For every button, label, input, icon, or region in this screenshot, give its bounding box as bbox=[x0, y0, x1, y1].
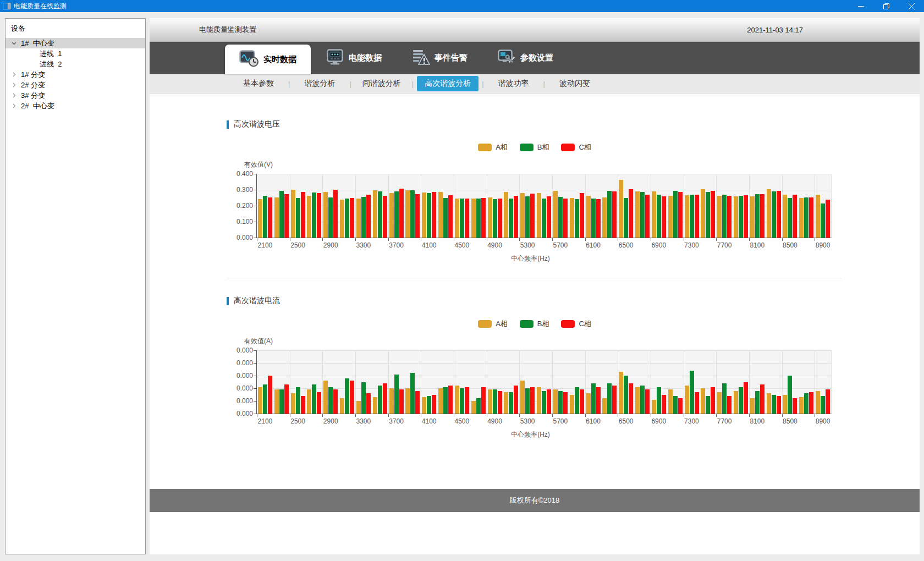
bar-A相 bbox=[783, 395, 787, 414]
tree-header: 设备 bbox=[6, 19, 145, 38]
chevron-right-icon[interactable] bbox=[10, 72, 17, 78]
restore-button[interactable] bbox=[873, 0, 899, 12]
tree-item-2#中心变[interactable]: 2# 中心变 bbox=[6, 101, 145, 111]
legend-item-B相[interactable]: B相 bbox=[520, 142, 549, 152]
chart-voltage: 有效值(V)0.4000.3000.2000.1000.000210025002… bbox=[230, 160, 920, 263]
bar-C相 bbox=[366, 195, 371, 238]
tab-事件告警[interactable]: 事件告警 bbox=[397, 42, 482, 74]
bar-A相 bbox=[389, 388, 394, 414]
x-tick-label: 8100 bbox=[750, 417, 765, 425]
bar-A相 bbox=[570, 395, 574, 414]
tree-item-2#分变[interactable]: 2# 分变 bbox=[6, 80, 145, 90]
legend-item-B相[interactable]: B相 bbox=[520, 319, 549, 329]
chevron-right-icon[interactable] bbox=[10, 82, 17, 89]
y-axis-labels: 0.4000.3000.2000.1000.000 bbox=[230, 174, 256, 238]
bar-C相 bbox=[399, 189, 404, 238]
close-icon bbox=[909, 3, 915, 9]
bar-C相 bbox=[645, 389, 650, 414]
bar-A相 bbox=[438, 388, 443, 414]
gridline-v bbox=[552, 174, 553, 238]
legend-item-C相[interactable]: C相 bbox=[561, 142, 591, 152]
tab-参数设置[interactable]: 参数设置 bbox=[482, 42, 568, 74]
bar-A相 bbox=[783, 195, 787, 238]
x-tick-label: 6500 bbox=[619, 241, 634, 249]
minimize-button[interactable] bbox=[848, 0, 873, 12]
gridline-v bbox=[454, 350, 454, 414]
x-tick bbox=[618, 238, 618, 241]
x-tick-label: 6100 bbox=[586, 417, 601, 425]
bar-A相 bbox=[767, 189, 771, 238]
bar-B相 bbox=[607, 383, 612, 414]
legend-label: C相 bbox=[579, 319, 591, 329]
subtab-谐波功率[interactable]: 谐波功率 bbox=[487, 76, 540, 91]
settings-icon bbox=[497, 49, 516, 67]
bar-B相 bbox=[361, 382, 366, 414]
bar-C相 bbox=[333, 389, 338, 414]
x-tick bbox=[684, 238, 684, 241]
x-tick bbox=[749, 238, 750, 241]
gridline-h bbox=[257, 376, 831, 376]
tree-item-3#分变[interactable]: 3# 分变 bbox=[6, 90, 145, 101]
bar-A相 bbox=[422, 193, 426, 238]
bar-C相 bbox=[366, 393, 371, 414]
gridline-v bbox=[421, 350, 421, 414]
x-tick-label: 6900 bbox=[651, 417, 666, 425]
bar-A相 bbox=[717, 392, 722, 414]
bar-A相 bbox=[323, 192, 328, 238]
x-tick bbox=[487, 238, 487, 241]
bar-B相 bbox=[509, 199, 513, 238]
tree-item-1#中心变[interactable]: 1# 中心变 bbox=[6, 38, 145, 48]
x-tick-label: 2900 bbox=[323, 417, 338, 425]
x-tick bbox=[585, 238, 586, 241]
device-tree: 1# 中心变进线 1进线 21# 分变2# 分变3# 分变2# 中心变 bbox=[6, 38, 145, 111]
legend-label: C相 bbox=[579, 142, 591, 152]
bar-B相 bbox=[279, 191, 284, 238]
x-tick-label: 5300 bbox=[520, 417, 535, 425]
bar-A相 bbox=[602, 197, 607, 238]
bar-C相 bbox=[530, 194, 535, 238]
gridline-v bbox=[322, 350, 323, 414]
bar-A相 bbox=[799, 198, 804, 238]
x-tick-labels: 2100250029003300370041004500490053005700… bbox=[257, 417, 831, 426]
subtab-间谐波分析[interactable]: 间谐波分析 bbox=[355, 76, 409, 91]
subtab-谐波分析[interactable]: 谐波分析 bbox=[293, 76, 346, 91]
x-tick bbox=[487, 414, 487, 417]
x-tick-label: 8100 bbox=[750, 241, 765, 249]
chevron-right-icon[interactable] bbox=[10, 103, 17, 109]
bar-B相 bbox=[788, 198, 792, 238]
x-tick bbox=[651, 238, 651, 241]
bar-B相 bbox=[263, 196, 267, 238]
tab-电能数据[interactable]: 电能数据 bbox=[311, 42, 397, 74]
tab-label: 电能数据 bbox=[349, 53, 382, 63]
tree-item-进线1[interactable]: 进线 1 bbox=[6, 48, 145, 59]
subtab-基本参数[interactable]: 基本参数 bbox=[232, 76, 285, 91]
bar-C相 bbox=[596, 387, 601, 414]
bar-A相 bbox=[323, 381, 328, 414]
legend-item-A相[interactable]: A相 bbox=[478, 142, 508, 152]
device-tree-panel: 设备 1# 中心变进线 1进线 21# 分变2# 分变3# 分变2# 中心变 bbox=[5, 18, 146, 554]
chevron-down-icon[interactable] bbox=[10, 40, 17, 47]
bar-C相 bbox=[563, 199, 568, 238]
bar-B相 bbox=[493, 199, 497, 238]
tab-实时数据[interactable]: 实时数据 bbox=[225, 45, 311, 74]
gridline-v bbox=[684, 174, 684, 238]
legend-item-C相[interactable]: C相 bbox=[561, 319, 591, 329]
bar-A相 bbox=[356, 199, 361, 238]
bar-C相 bbox=[596, 199, 601, 238]
x-tick bbox=[290, 414, 290, 417]
tree-item-1#分变[interactable]: 1# 分变 bbox=[6, 69, 145, 80]
event-alarm-icon bbox=[411, 49, 430, 67]
x-tick-label: 6100 bbox=[586, 241, 601, 249]
bar-C相 bbox=[465, 199, 469, 238]
bar-C相 bbox=[809, 392, 813, 414]
tree-item-进线2[interactable]: 进线 2 bbox=[6, 59, 145, 69]
bar-A相 bbox=[291, 393, 295, 414]
gridline-v bbox=[782, 350, 783, 414]
close-button[interactable] bbox=[899, 0, 924, 12]
subtab-波动闪变[interactable]: 波动闪变 bbox=[548, 76, 601, 91]
legend-item-A相[interactable]: A相 bbox=[478, 319, 508, 329]
legend-voltage: A相B相C相 bbox=[150, 142, 920, 152]
subtab-高次谐波分析[interactable]: 高次谐波分析 bbox=[417, 76, 479, 91]
y-tick bbox=[254, 414, 256, 414]
chevron-right-icon[interactable] bbox=[10, 92, 17, 99]
